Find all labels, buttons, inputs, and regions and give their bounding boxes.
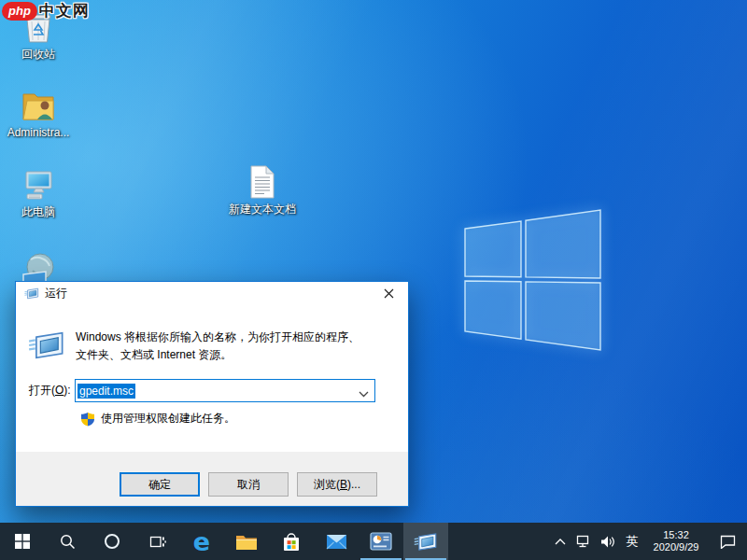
windows-logo [459,203,606,355]
computer-icon [20,169,57,203]
uac-note-text: 使用管理权限创建此任务。 [101,411,235,427]
clock-time: 15:32 [663,529,689,541]
dialog-title: 运行 [45,286,67,301]
php-logo-badge: php [2,2,37,21]
browse-button[interactable]: 浏览(B)... [297,472,377,497]
desktop-icon-new-text-document[interactable]: 新建文本文档 [226,164,299,216]
store-button[interactable] [269,523,314,560]
close-icon [384,288,394,299]
windows-start-icon [15,534,30,549]
ime-indicator[interactable]: 英 [620,523,644,560]
dialog-titlebar[interactable]: 运行 [16,282,408,304]
system-monitor-app-button[interactable] [359,523,403,560]
taskbar-clock[interactable]: 15:32 2020/9/29 [644,523,708,560]
mail-icon [326,534,347,550]
watermark-text: 中文网 [39,0,90,21]
search-icon [60,534,76,550]
system-tray: 英 15:32 2020/9/29 [549,523,747,560]
run-dialog: 运行 Windows 将根据你所输入的名称，为你打开相应的程序、 文件夹、文档或… [15,281,409,507]
taskbar: e [0,523,747,560]
text-document-icon [247,164,278,200]
description-line-1: Windows 将根据你所输入的名称，为你打开相应的程序、 [76,329,359,346]
uac-note-row: 使用管理权限创建此任务。 [80,411,235,427]
volume-status[interactable] [596,523,620,560]
open-label: 打开(O): [29,379,71,402]
open-input-value: gpedit.msc [78,384,135,399]
close-button[interactable] [373,282,404,304]
task-view-icon [148,534,166,550]
chevron-up-icon [555,539,566,545]
taskbar-buttons: e [0,523,448,560]
icon-label: 此电脑 [21,205,55,218]
uac-shield-icon [80,412,95,427]
action-center-button[interactable] [708,523,747,560]
user-folder-icon [20,90,57,123]
chevron-down-icon[interactable] [359,387,369,400]
desktop-icon-administrator[interactable]: Administra... [2,90,75,139]
notification-icon [720,535,736,549]
clock-date: 2020/9/29 [654,541,699,553]
task-view-button[interactable] [134,523,179,560]
run-dialog-icon [24,287,39,301]
network-status[interactable] [571,523,596,560]
php-chinese-site-watermark: php 中文网 [2,0,90,21]
tray-overflow-button[interactable] [549,523,571,560]
icon-label: 回收站 [21,48,55,61]
dialog-description: Windows 将根据你所输入的名称，为你打开相应的程序、 文件夹、文档或 In… [76,329,359,364]
icon-label: 新建文本文档 [229,203,296,216]
mail-button[interactable] [314,523,359,560]
run-app-button[interactable] [403,523,448,560]
ok-button[interactable]: 确定 [120,472,200,497]
cortana-icon [104,533,120,550]
open-input[interactable]: gpedit.msc [75,379,375,402]
file-explorer-button[interactable] [224,523,269,560]
desktop-icon-this-pc[interactable]: 此电脑 [2,169,75,218]
edge-button[interactable]: e [179,523,224,560]
start-button[interactable] [0,523,45,560]
system-monitor-icon [370,532,392,551]
run-app-icon [414,531,438,553]
network-icon [576,535,591,548]
file-explorer-icon [235,533,258,551]
volume-icon [600,535,615,549]
run-icon [28,329,65,365]
store-icon [281,531,302,553]
cancel-button[interactable]: 取消 [208,472,289,497]
edge-icon: e [193,529,210,554]
icon-label: Administra... [7,126,70,139]
description-line-2: 文件夹、文档或 Internet 资源。 [76,346,359,364]
cortana-button[interactable] [90,523,134,560]
search-button[interactable] [45,523,90,560]
